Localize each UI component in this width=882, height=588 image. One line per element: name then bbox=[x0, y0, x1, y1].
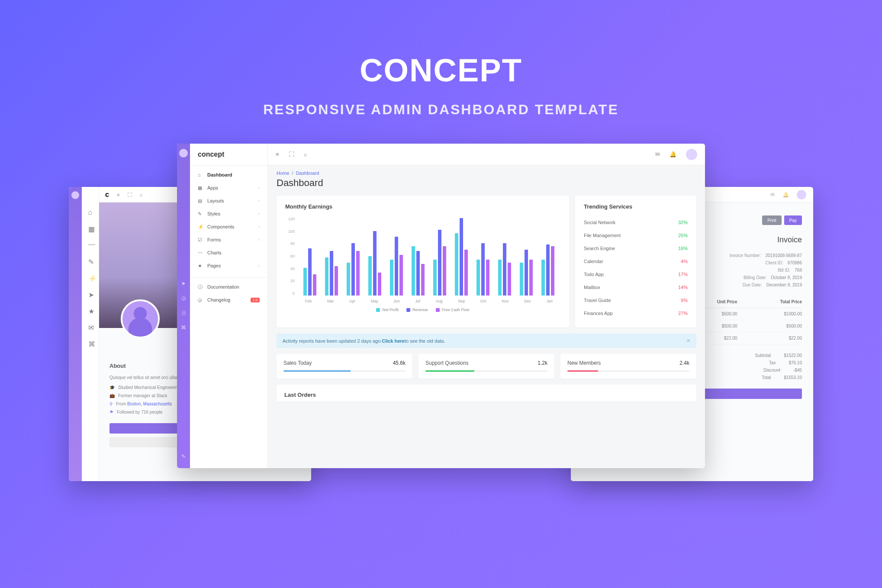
stat-card: New Members2.4k bbox=[560, 354, 696, 379]
wrench-icon[interactable]: ✎ bbox=[181, 453, 186, 459]
progress-fill bbox=[567, 370, 598, 372]
nav-icon: ▦ bbox=[198, 185, 203, 191]
sidebar-item-pages[interactable]: ★Pages› bbox=[190, 259, 267, 272]
bar-group bbox=[325, 251, 338, 296]
alert-link[interactable]: Click here bbox=[382, 338, 405, 344]
info-icon: ⚲ bbox=[109, 402, 113, 406]
chevron-right-icon: › bbox=[258, 186, 260, 190]
trend-name: Calendar bbox=[584, 259, 603, 264]
nav-label: Documentation bbox=[207, 284, 239, 289]
expand-icon[interactable]: ⛶ bbox=[289, 151, 294, 157]
plane-icon[interactable]: ➤ bbox=[88, 291, 93, 295]
sidebar-item-components[interactable]: ⚡Components› bbox=[190, 220, 267, 233]
user-avatar[interactable] bbox=[686, 149, 697, 160]
chart-icon[interactable]: 〰 bbox=[88, 241, 93, 246]
trend-pct: 9% bbox=[681, 298, 688, 303]
bar bbox=[476, 260, 480, 296]
trend-name: Search Engine bbox=[584, 246, 615, 251]
mail-icon[interactable]: ✉ bbox=[88, 324, 93, 328]
mail-icon[interactable]: ✉ bbox=[770, 192, 775, 198]
bar bbox=[313, 274, 316, 296]
bell-icon[interactable]: 🔔 bbox=[670, 151, 676, 157]
nav-label: Forms bbox=[207, 237, 221, 242]
star-icon[interactable]: ★ bbox=[88, 307, 93, 312]
menu-icon[interactable]: ≡ bbox=[117, 192, 119, 197]
bar bbox=[498, 260, 502, 296]
expand-icon[interactable]: ⛶ bbox=[127, 192, 132, 197]
breadcrumb-page[interactable]: Dashboard bbox=[296, 170, 319, 176]
inbox-icon[interactable]: ⌸ bbox=[182, 310, 185, 316]
print-button[interactable]: Print bbox=[762, 215, 782, 225]
bar bbox=[481, 243, 485, 296]
left-iconbar: ⌂ ▦ 〰 ✎ ⚡ ➤ ★ ✉ ⌘ bbox=[82, 187, 99, 481]
nav-icon: ✎ bbox=[198, 211, 203, 217]
x-label: Sep bbox=[458, 299, 465, 303]
user-avatar[interactable] bbox=[797, 190, 806, 199]
bolt-icon[interactable]: ⚡ bbox=[88, 274, 93, 279]
search-icon[interactable]: ⌕ bbox=[304, 151, 307, 157]
logo[interactable]: concept bbox=[190, 144, 267, 165]
legend-item: Free Cash Flow bbox=[436, 308, 470, 312]
nav-label: Charts bbox=[207, 250, 221, 255]
close-icon[interactable]: ✕ bbox=[686, 338, 690, 344]
x-label: Mar bbox=[327, 299, 334, 303]
sidebar-item-dashboard[interactable]: ⌂Dashboard bbox=[190, 168, 267, 181]
sidebar-item-charts[interactable]: 〰Charts bbox=[190, 246, 267, 259]
trending-card: Trending Services Social Network32%File … bbox=[575, 196, 696, 328]
trend-pct: 27% bbox=[678, 311, 688, 316]
bar bbox=[356, 251, 360, 296]
dashboard-window: ➤ ◶ ⌸ ⌘ ✎ concept ⌂Dashboard▦Apps›▤Layou… bbox=[177, 144, 705, 468]
pen-icon[interactable]: ✎ bbox=[88, 258, 93, 262]
profile-avatar[interactable] bbox=[121, 299, 160, 338]
alert-banner: Activity reports have been updated 2 day… bbox=[277, 334, 696, 348]
bar bbox=[551, 246, 554, 296]
breadcrumb: Home / Dashboard bbox=[268, 165, 705, 176]
chevron-right-icon: › bbox=[258, 199, 260, 203]
stat-label: Sales Today bbox=[283, 360, 312, 366]
info-link[interactable]: Boston, Massachusetts bbox=[127, 402, 172, 406]
bar bbox=[335, 266, 338, 296]
grid-icon[interactable]: ▦ bbox=[88, 225, 93, 229]
x-label: Jan bbox=[547, 299, 553, 303]
home-icon[interactable]: ⌂ bbox=[88, 209, 93, 213]
plane-icon[interactable]: ➤ bbox=[181, 280, 186, 286]
globe-icon[interactable]: ◶ bbox=[181, 295, 186, 301]
chat-icon[interactable]: ⌘ bbox=[88, 340, 93, 344]
bar bbox=[460, 218, 463, 296]
rail-avatar[interactable] bbox=[71, 191, 79, 199]
topbar: ≡ ⛶ ⌕ ✉ 🔔 bbox=[268, 144, 705, 165]
mail-icon[interactable]: ✉ bbox=[655, 151, 660, 157]
bar-group bbox=[541, 244, 554, 296]
bell-icon[interactable]: 🔔 bbox=[782, 192, 789, 198]
search-icon[interactable]: ⌕ bbox=[140, 192, 143, 197]
sidebar-item-layouts[interactable]: ▤Layouts› bbox=[190, 194, 267, 207]
bar bbox=[525, 250, 528, 296]
sidebar-item-forms[interactable]: ☑Forms› bbox=[190, 233, 267, 246]
trend-pct: 16% bbox=[678, 246, 688, 251]
chat-icon[interactable]: ⌘ bbox=[181, 325, 186, 331]
bar bbox=[508, 263, 511, 296]
nav-icon: ☑ bbox=[198, 237, 203, 243]
bar bbox=[325, 257, 328, 296]
x-label: Oct bbox=[480, 299, 486, 303]
trend-name: Mailbox bbox=[584, 285, 600, 290]
sidebar-item-changelog[interactable]: ◶Changelog1.0 bbox=[190, 293, 267, 306]
bar bbox=[416, 251, 420, 296]
sidebar-item-styles[interactable]: ✎Styles› bbox=[190, 207, 267, 220]
breadcrumb-home[interactable]: Home bbox=[277, 170, 289, 176]
trend-pct: 25% bbox=[678, 233, 688, 238]
progress-fill bbox=[425, 370, 474, 372]
rail-avatar[interactable] bbox=[179, 149, 188, 157]
x-label: Apr bbox=[349, 299, 355, 303]
bar-group bbox=[476, 243, 489, 296]
pay-button[interactable]: Pay bbox=[784, 215, 802, 225]
sidebar-item-documentation[interactable]: ⓘDocumentation bbox=[190, 280, 267, 293]
bar-group bbox=[368, 231, 381, 296]
nav-icon: ⓘ bbox=[198, 284, 203, 290]
left-rail bbox=[69, 187, 82, 481]
sidebar-item-apps[interactable]: ▦Apps› bbox=[190, 181, 267, 194]
menu-icon[interactable]: ≡ bbox=[276, 151, 279, 157]
logo-c: c bbox=[105, 191, 109, 199]
trending-title: Trending Services bbox=[584, 203, 688, 210]
bar bbox=[464, 250, 468, 296]
